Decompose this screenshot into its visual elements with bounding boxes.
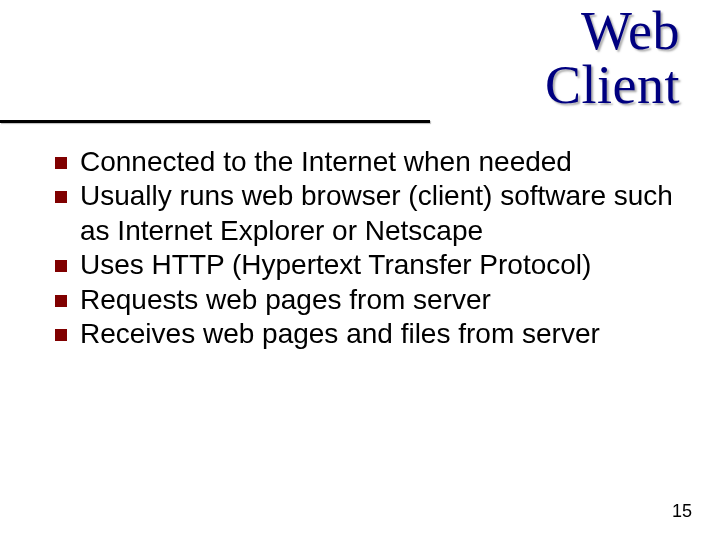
bullet-square-icon	[55, 295, 67, 307]
bullet-text: Requests web pages from server	[80, 283, 491, 317]
bullet-square-icon	[55, 329, 67, 341]
title-line-2: Client	[545, 58, 680, 112]
bullet-square-icon	[55, 191, 67, 203]
bullet-text: Uses HTTP (Hypertext Transfer Protocol)	[80, 248, 591, 282]
bullet-square-icon	[55, 260, 67, 272]
bullet-text: Connected to the Internet when needed	[80, 145, 572, 179]
slide-title: Web Client	[545, 4, 680, 112]
title-line-1: Web	[545, 4, 680, 58]
list-item: Receives web pages and files from server	[55, 317, 685, 351]
list-item: Requests web pages from server	[55, 283, 685, 317]
bullet-list: Connected to the Internet when needed Us…	[55, 145, 685, 352]
title-divider	[0, 120, 430, 123]
list-item: Usually runs web browser (client) softwa…	[55, 179, 685, 248]
bullet-text: Receives web pages and files from server	[80, 317, 600, 351]
bullet-text: Usually runs web browser (client) softwa…	[80, 179, 685, 248]
list-item: Connected to the Internet when needed	[55, 145, 685, 179]
list-item: Uses HTTP (Hypertext Transfer Protocol)	[55, 248, 685, 282]
page-number: 15	[672, 501, 692, 522]
slide: Web Client Connected to the Internet whe…	[0, 0, 720, 540]
bullet-square-icon	[55, 157, 67, 169]
